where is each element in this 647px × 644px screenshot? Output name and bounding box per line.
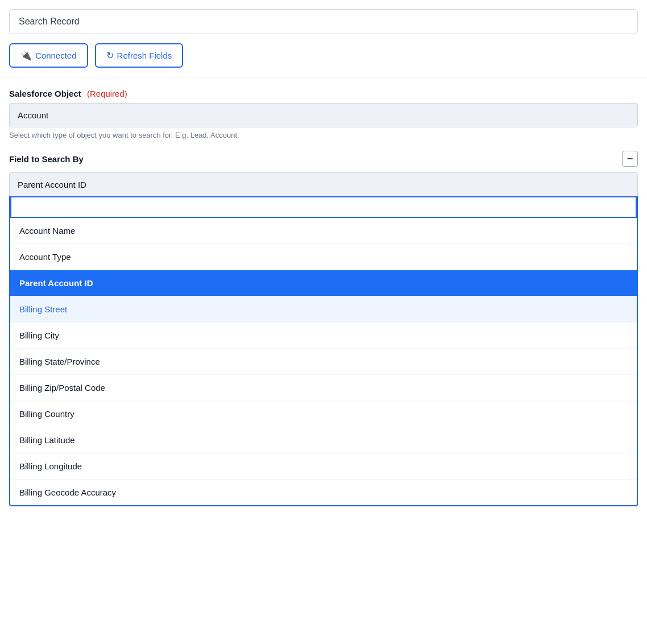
salesforce-object-section: Salesforce Object (Required) Account Lea…: [0, 77, 647, 139]
search-record-label: Search Record: [19, 16, 80, 26]
dropdown-search-input[interactable]: [10, 196, 637, 218]
buttons-row: 🔌 Connected ↻ Refresh Fields: [0, 34, 647, 77]
refresh-icon: ↻: [106, 50, 114, 61]
dropdown-item[interactable]: Account Name: [10, 218, 637, 244]
page-wrapper: Search Record 🔌 Connected ↻ Refresh Fiel…: [0, 9, 647, 506]
salesforce-object-select[interactable]: Account Lead: [9, 103, 638, 127]
field-search-dropdown-wrapper: Parent Account ID: [9, 172, 638, 196]
connected-button[interactable]: 🔌 Connected: [9, 43, 88, 68]
field-search-header: Field to Search By −: [9, 151, 638, 167]
dropdown-item[interactable]: Billing Geocode Accuracy: [10, 480, 637, 505]
plug-icon: 🔌: [20, 50, 32, 61]
dropdown-item[interactable]: Billing Street: [10, 296, 637, 323]
refresh-fields-button-label: Refresh Fields: [117, 51, 172, 60]
salesforce-object-helper: Select which type of object you want to …: [9, 131, 638, 139]
dropdown-item[interactable]: Account Type: [10, 244, 637, 270]
dropdown-item[interactable]: Billing City: [10, 323, 637, 349]
required-label: (Required): [87, 89, 127, 98]
dropdown-item[interactable]: Billing Country: [10, 401, 637, 427]
dropdown-item[interactable]: Billing Zip/Postal Code: [10, 375, 637, 401]
dropdown-item[interactable]: Parent Account ID: [10, 270, 637, 296]
dropdown-item[interactable]: Billing Latitude: [10, 427, 637, 453]
dropdown-list: Account NameAccount TypeParent Account I…: [10, 218, 637, 505]
dropdown-item[interactable]: Billing Longitude: [10, 453, 637, 480]
connected-button-label: Connected: [35, 51, 77, 60]
field-search-section: Field to Search By − Parent Account ID: [0, 139, 647, 196]
dropdown-item[interactable]: Billing State/Province: [10, 349, 637, 375]
field-search-label: Field to Search By: [9, 154, 84, 164]
dropdown-container: Account NameAccount TypeParent Account I…: [9, 196, 638, 506]
field-selected-value[interactable]: Parent Account ID: [9, 172, 638, 196]
minus-button[interactable]: −: [622, 151, 638, 167]
search-record-bar: Search Record: [9, 9, 638, 34]
refresh-fields-button[interactable]: ↻ Refresh Fields: [95, 43, 184, 68]
salesforce-object-label: Salesforce Object (Required): [9, 89, 638, 98]
